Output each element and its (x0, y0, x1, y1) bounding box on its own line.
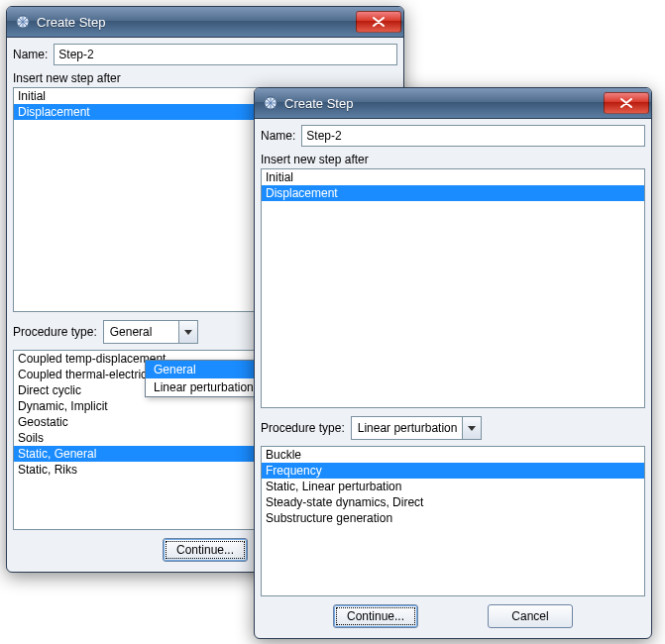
close-button[interactable] (356, 11, 401, 33)
procedure-type-value: General (104, 322, 174, 342)
list-item[interactable]: Frequency (262, 463, 644, 479)
continue-button[interactable]: Continue... (163, 538, 248, 562)
chevron-down-icon[interactable] (178, 321, 197, 343)
procedure-type-value: Linear perturbation (352, 418, 480, 438)
procedure-type-combo[interactable]: General (103, 320, 198, 344)
titlebar[interactable]: Create Step (7, 7, 403, 38)
window-title: Create Step (37, 15, 356, 30)
dropdown-option[interactable]: Linear perturbation (146, 378, 258, 396)
procedure-type-label: Procedure type: (13, 325, 97, 339)
procedure-type-combo[interactable]: Linear perturbation (351, 416, 482, 440)
list-item[interactable]: Displacement (262, 185, 644, 201)
list-item[interactable]: Substructure generation (262, 510, 644, 526)
procedure-type-label: Procedure type: (261, 421, 345, 435)
name-label: Name: (13, 48, 48, 61)
close-button[interactable] (604, 92, 649, 114)
name-label: Name: (261, 129, 295, 143)
cancel-button[interactable]: Cancel (488, 604, 573, 628)
procedure-list[interactable]: BuckleFrequencyStatic, Linear perturbati… (261, 446, 645, 596)
continue-button[interactable]: Continue... (333, 604, 418, 628)
name-input[interactable] (54, 44, 397, 65)
dropdown-option[interactable]: General (146, 361, 258, 378)
chevron-down-icon[interactable] (462, 417, 481, 439)
app-icon (263, 95, 278, 111)
list-item[interactable]: Initial (262, 169, 644, 185)
list-item[interactable]: Steady-state dynamics, Direct (262, 494, 644, 510)
name-input[interactable] (301, 125, 645, 147)
insert-after-list[interactable]: InitialDisplacement (261, 168, 645, 408)
titlebar[interactable]: Create Step (255, 88, 651, 119)
insert-after-label: Insert new step after (261, 153, 645, 166)
list-item[interactable]: Static, Linear perturbation (262, 479, 644, 494)
app-icon (15, 14, 31, 30)
procedure-type-dropdown[interactable]: GeneralLinear perturbation (145, 360, 259, 397)
window-title: Create Step (284, 96, 604, 111)
dialog-create-step-2: Create Step Name: Insert new step after … (254, 87, 652, 639)
insert-after-label: Insert new step after (13, 71, 397, 85)
list-item[interactable]: Buckle (262, 447, 644, 463)
